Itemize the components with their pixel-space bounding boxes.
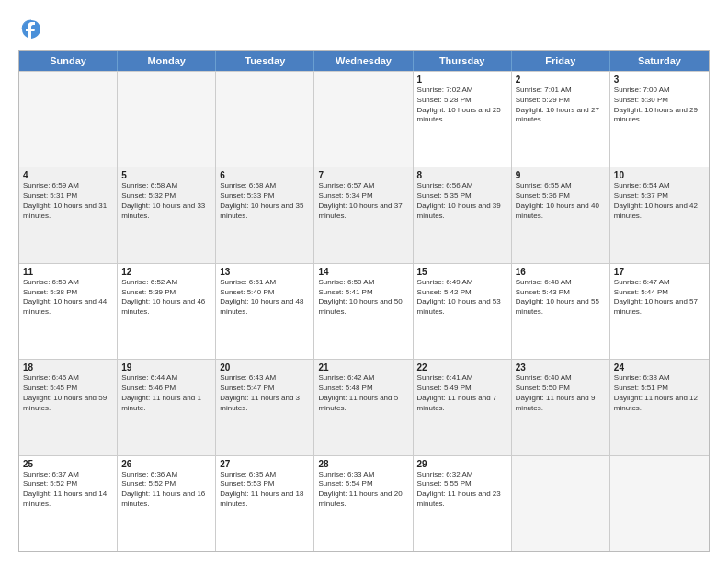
cell-info: Sunrise: 6:48 AMSunset: 5:43 PMDaylight:… [516,278,606,317]
calendar-cell: 2Sunrise: 7:01 AMSunset: 5:29 PMDaylight… [512,72,610,167]
calendar-cell: 10Sunrise: 6:54 AMSunset: 5:37 PMDayligh… [610,167,709,262]
cell-info: Sunrise: 6:35 AMSunset: 5:53 PMDaylight:… [220,470,310,510]
cell-info: Sunrise: 6:54 AMSunset: 5:37 PMDaylight:… [614,181,705,221]
cell-info: Sunrise: 6:32 AMSunset: 5:55 PMDaylight:… [417,470,507,510]
cell-info: Sunrise: 6:44 AMSunset: 5:46 PMDaylight:… [121,373,211,413]
calendar-cell: 28Sunrise: 6:33 AMSunset: 5:54 PMDayligh… [314,456,413,551]
day-number: 15 [417,267,507,277]
cell-info: Sunrise: 6:41 AMSunset: 5:49 PMDaylight:… [417,373,507,413]
day-number: 4 [23,170,113,180]
cell-info: Sunrise: 6:37 AMSunset: 5:52 PMDaylight:… [23,470,113,510]
calendar-cell: 22Sunrise: 6:41 AMSunset: 5:49 PMDayligh… [414,360,512,454]
cell-info: Sunrise: 6:51 AMSunset: 5:40 PMDaylight:… [220,278,310,317]
day-number: 1 [417,75,507,85]
day-number: 19 [121,362,211,373]
day-number: 6 [220,170,310,180]
day-number: 25 [23,459,113,469]
day-number: 12 [121,267,211,277]
cal-header-day: Saturday [610,51,709,71]
calendar-cell: 6Sunrise: 6:58 AMSunset: 5:33 PMDaylight… [216,167,314,262]
day-number: 3 [614,75,705,85]
calendar-cell: 1Sunrise: 7:02 AMSunset: 5:28 PMDaylight… [414,72,512,167]
day-number: 21 [318,362,408,373]
cell-info: Sunrise: 6:59 AMSunset: 5:31 PMDaylight:… [23,181,113,221]
day-number: 29 [417,459,507,469]
calendar-cell: 19Sunrise: 6:44 AMSunset: 5:46 PMDayligh… [118,360,216,454]
day-number: 23 [516,362,606,373]
calendar-cell: 21Sunrise: 6:42 AMSunset: 5:48 PMDayligh… [314,360,413,454]
day-number: 10 [614,170,705,180]
cal-header-day: Friday [512,51,610,71]
cell-info: Sunrise: 7:00 AMSunset: 5:30 PMDaylight:… [614,86,705,125]
day-number: 27 [220,459,310,469]
day-number: 18 [23,362,113,373]
calendar-row: 11Sunrise: 6:53 AMSunset: 5:38 PMDayligh… [19,263,709,359]
cal-header-day: Monday [118,51,216,71]
cell-info: Sunrise: 6:50 AMSunset: 5:41 PMDaylight:… [318,278,408,317]
cell-info: Sunrise: 6:33 AMSunset: 5:54 PMDaylight:… [318,470,408,510]
calendar-body: 1Sunrise: 7:02 AMSunset: 5:28 PMDaylight… [19,71,709,551]
calendar-cell [512,456,610,551]
calendar-cell: 26Sunrise: 6:36 AMSunset: 5:52 PMDayligh… [118,456,216,551]
cell-info: Sunrise: 6:43 AMSunset: 5:47 PMDaylight:… [220,373,310,413]
logo [18,17,48,42]
calendar-cell: 25Sunrise: 6:37 AMSunset: 5:52 PMDayligh… [19,456,118,551]
calendar-cell: 20Sunrise: 6:43 AMSunset: 5:47 PMDayligh… [216,360,314,454]
calendar-cell: 13Sunrise: 6:51 AMSunset: 5:40 PMDayligh… [216,264,314,359]
cell-info: Sunrise: 6:42 AMSunset: 5:48 PMDaylight:… [318,373,408,413]
cell-info: Sunrise: 6:46 AMSunset: 5:45 PMDaylight:… [23,373,113,413]
calendar-cell: 3Sunrise: 7:00 AMSunset: 5:30 PMDaylight… [610,72,709,167]
calendar-cell [19,72,118,167]
calendar: SundayMondayTuesdayWednesdayThursdayFrid… [18,50,710,552]
day-number: 20 [220,362,310,373]
calendar-cell: 5Sunrise: 6:58 AMSunset: 5:32 PMDaylight… [118,167,216,262]
day-number: 9 [516,170,606,180]
cell-info: Sunrise: 6:49 AMSunset: 5:42 PMDaylight:… [417,278,507,317]
calendar-cell: 17Sunrise: 6:47 AMSunset: 5:44 PMDayligh… [610,264,709,359]
calendar-cell: 15Sunrise: 6:49 AMSunset: 5:42 PMDayligh… [414,264,512,359]
calendar-cell [314,72,413,167]
cal-header-day: Tuesday [216,51,314,71]
calendar-header: SundayMondayTuesdayWednesdayThursdayFrid… [19,51,709,71]
calendar-cell: 24Sunrise: 6:38 AMSunset: 5:51 PMDayligh… [610,360,709,454]
cell-info: Sunrise: 6:53 AMSunset: 5:38 PMDaylight:… [23,278,113,317]
calendar-row: 25Sunrise: 6:37 AMSunset: 5:52 PMDayligh… [19,455,709,551]
calendar-cell: 16Sunrise: 6:48 AMSunset: 5:43 PMDayligh… [512,264,610,359]
day-number: 13 [220,267,310,277]
calendar-cell [216,72,314,167]
calendar-cell: 11Sunrise: 6:53 AMSunset: 5:38 PMDayligh… [19,264,118,359]
cal-header-day: Wednesday [314,51,413,71]
header [18,17,710,42]
cell-info: Sunrise: 6:52 AMSunset: 5:39 PMDaylight:… [121,278,211,317]
day-number: 2 [516,75,606,85]
calendar-cell: 12Sunrise: 6:52 AMSunset: 5:39 PMDayligh… [118,264,216,359]
calendar-cell: 8Sunrise: 6:56 AMSunset: 5:35 PMDaylight… [414,167,512,262]
calendar-cell [118,72,216,167]
logo-icon [18,17,44,42]
calendar-row: 18Sunrise: 6:46 AMSunset: 5:45 PMDayligh… [19,359,709,454]
cell-info: Sunrise: 6:36 AMSunset: 5:52 PMDaylight:… [121,470,211,510]
page: SundayMondayTuesdayWednesdayThursdayFrid… [0,0,728,563]
day-number: 17 [614,267,705,277]
day-number: 26 [121,459,211,469]
calendar-cell: 29Sunrise: 6:32 AMSunset: 5:55 PMDayligh… [414,456,512,551]
calendar-cell [610,456,709,551]
cell-info: Sunrise: 6:47 AMSunset: 5:44 PMDaylight:… [614,278,705,317]
calendar-cell: 9Sunrise: 6:55 AMSunset: 5:36 PMDaylight… [512,167,610,262]
day-number: 8 [417,170,507,180]
calendar-cell: 23Sunrise: 6:40 AMSunset: 5:50 PMDayligh… [512,360,610,454]
day-number: 24 [614,362,705,373]
day-number: 11 [23,267,113,277]
cell-info: Sunrise: 7:02 AMSunset: 5:28 PMDaylight:… [417,86,507,125]
calendar-cell: 14Sunrise: 6:50 AMSunset: 5:41 PMDayligh… [314,264,413,359]
calendar-row: 1Sunrise: 7:02 AMSunset: 5:28 PMDaylight… [19,71,709,167]
day-number: 5 [121,170,211,180]
cell-info: Sunrise: 6:55 AMSunset: 5:36 PMDaylight:… [516,181,606,221]
cell-info: Sunrise: 6:56 AMSunset: 5:35 PMDaylight:… [417,181,507,221]
cell-info: Sunrise: 6:40 AMSunset: 5:50 PMDaylight:… [516,373,606,413]
day-number: 16 [516,267,606,277]
calendar-cell: 27Sunrise: 6:35 AMSunset: 5:53 PMDayligh… [216,456,314,551]
calendar-cell: 4Sunrise: 6:59 AMSunset: 5:31 PMDaylight… [19,167,118,262]
cell-info: Sunrise: 6:57 AMSunset: 5:34 PMDaylight:… [318,181,408,221]
cell-info: Sunrise: 6:58 AMSunset: 5:33 PMDaylight:… [220,181,310,221]
